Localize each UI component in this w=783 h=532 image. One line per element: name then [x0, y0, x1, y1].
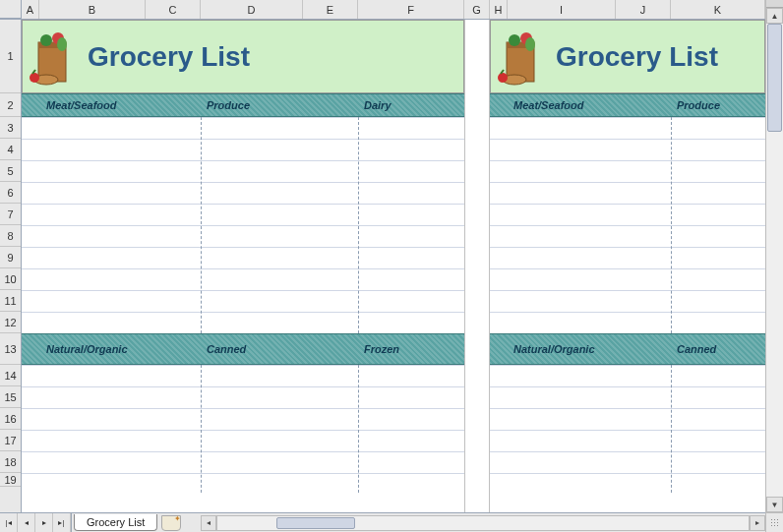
cat-natural-organic: Natural/Organic [46, 333, 128, 365]
dashed-separator [671, 117, 672, 333]
cat-canned-r: Canned [677, 333, 716, 365]
grocery-bag-icon [29, 29, 82, 86]
cat-produce: Produce [207, 93, 250, 117]
cat-canned: Canned [207, 333, 246, 365]
row-header-11[interactable]: 11 [0, 290, 21, 312]
sheet-tab[interactable]: Grocery List [74, 514, 157, 531]
row-header-14[interactable]: 14 [0, 365, 21, 386]
dashed-separator [671, 365, 672, 493]
scroll-up-button[interactable]: ▲ [766, 8, 783, 24]
row-header-12[interactable]: 12 [0, 312, 21, 333]
svg-point-9 [509, 34, 520, 46]
row-header-17[interactable]: 17 [0, 430, 21, 451]
tab-bar: |◂ ◂ ▸ ▸| Grocery List ◂ ▸ [0, 512, 765, 532]
workbook: A B C D E F G H I J K 1 2 3 4 5 6 7 8 9 … [0, 0, 765, 512]
col-header-C[interactable]: C [146, 0, 201, 19]
tab-prev-button[interactable]: ◂ [18, 513, 35, 532]
tab-last-button[interactable]: ▸| [53, 513, 71, 532]
row-header-16[interactable]: 16 [0, 408, 21, 430]
hscroll-thumb[interactable] [276, 517, 355, 529]
svg-point-6 [30, 73, 39, 83]
tab-nav: |◂ ◂ ▸ ▸| [0, 513, 72, 532]
dashed-separator [358, 365, 359, 493]
tab-next-button[interactable]: ▸ [35, 513, 53, 532]
col-header-A[interactable]: A [22, 0, 39, 19]
col-header-I[interactable]: I [508, 0, 616, 19]
split-handle[interactable] [766, 0, 783, 8]
cells-area[interactable]: Grocery List Grocery List Meat/Seafo [22, 20, 765, 512]
col-header-G[interactable]: G [464, 0, 490, 19]
row-header-7[interactable]: 7 [0, 204, 21, 225]
scroll-right-button[interactable]: ▸ [750, 515, 765, 531]
row-header-4[interactable]: 4 [0, 139, 21, 160]
title-banner-left: Grocery List [22, 20, 464, 93]
grocery-bag-icon [497, 29, 550, 86]
row-header-8[interactable]: 8 [0, 225, 21, 247]
tab-first-button[interactable]: |◂ [0, 513, 18, 532]
row-headers: 1 2 3 4 5 6 7 8 9 10 11 12 13 14 15 16 1… [0, 20, 22, 512]
col-header-K[interactable]: K [671, 0, 765, 19]
col-header-F[interactable]: F [358, 0, 464, 19]
column-headers: A B C D E F G H I J K [0, 0, 765, 20]
new-sheet-button[interactable] [161, 515, 181, 531]
row-header-13[interactable]: 13 [0, 333, 21, 365]
cat-meat-seafood: Meat/Seafood [46, 93, 117, 117]
row-header-5[interactable]: 5 [0, 160, 21, 182]
vscroll-thumb[interactable] [767, 24, 782, 132]
dashed-separator [358, 117, 359, 333]
cat-dairy: Dairy [364, 93, 392, 117]
cat-meat-seafood-r: Meat/Seafood [513, 93, 584, 117]
svg-point-13 [498, 73, 508, 83]
svg-point-11 [525, 37, 535, 51]
scroll-left-button[interactable]: ◂ [201, 515, 216, 531]
vertical-scrollbar[interactable]: ▲ ▼ [765, 0, 783, 512]
col-header-H[interactable]: H [490, 0, 508, 19]
col-header-B[interactable]: B [39, 0, 146, 19]
col-header-E[interactable]: E [303, 0, 358, 19]
hscroll-track[interactable] [216, 515, 750, 531]
cat-produce-r: Produce [677, 93, 720, 117]
col-header-J[interactable]: J [616, 0, 671, 19]
svg-point-2 [40, 34, 52, 46]
row-header-9[interactable]: 9 [0, 247, 21, 268]
row-header-6[interactable]: 6 [0, 182, 21, 204]
row-header-1[interactable]: 1 [0, 20, 21, 93]
cat-natural-organic-r: Natural/Organic [513, 333, 595, 365]
horizontal-scrollbar[interactable]: ◂ ▸ [201, 515, 765, 531]
title-banner-right: Grocery List [490, 20, 765, 93]
vscroll-track[interactable] [766, 24, 783, 497]
row-header-3[interactable]: 3 [0, 117, 21, 139]
title-text-right: Grocery List [556, 41, 718, 73]
gap-column [464, 20, 490, 512]
scroll-down-button[interactable]: ▼ [766, 497, 783, 512]
cat-frozen: Frozen [364, 333, 399, 365]
dashed-separator [201, 117, 202, 333]
dashed-separator [201, 365, 202, 493]
title-text-left: Grocery List [88, 41, 250, 73]
row-header-19[interactable]: 19 [0, 473, 21, 487]
row-header-15[interactable]: 15 [0, 386, 21, 408]
row-header-10[interactable]: 10 [0, 268, 21, 290]
select-all-corner[interactable] [0, 0, 22, 19]
resize-corner[interactable] [765, 512, 783, 532]
svg-point-4 [57, 37, 67, 51]
col-header-D[interactable]: D [201, 0, 303, 19]
row-header-18[interactable]: 18 [0, 451, 21, 473]
row-header-2[interactable]: 2 [0, 93, 21, 117]
